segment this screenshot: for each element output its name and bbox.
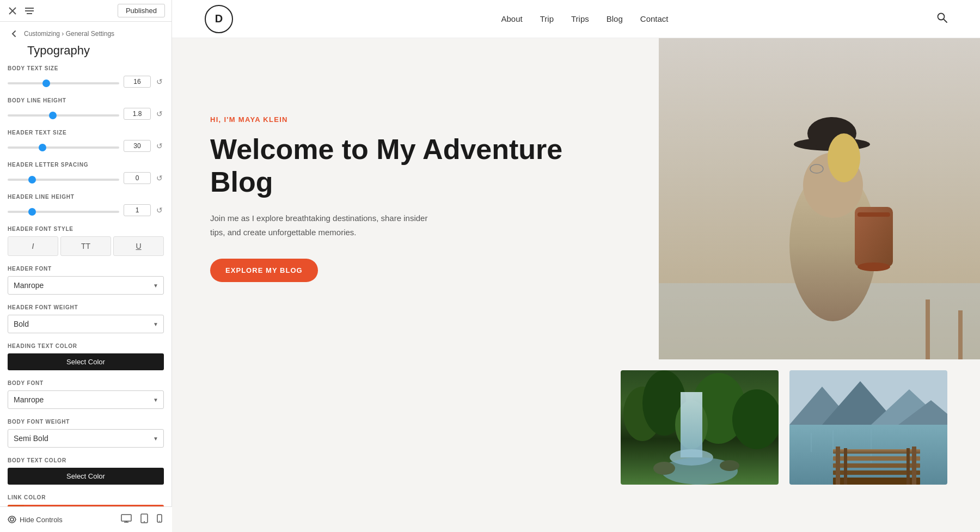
svg-rect-56 [906,448,910,485]
header-letter-spacing-slider-container [8,173,119,183]
back-button[interactable] [8,27,21,40]
body-text-size-group: BODY TEXT SIZE ↺ [8,65,164,88]
svg-rect-17 [926,299,930,359]
heading-text-color-group: HEADING TEXT COLOR Select Color [8,343,164,370]
body-font-weight-select[interactable]: Thin Light Regular Semi Bold Bold Extra … [8,429,164,448]
panel-content: BODY TEXT SIZE ↺ BODY LINE HEIGHT ↺ [0,65,171,532]
body-line-height-input[interactable] [124,108,151,120]
body-font-select-wrapper: Manrope Roboto Open Sans Lato ▼ [8,390,164,409]
header-font-weight-select-wrapper: Thin Light Regular Semi Bold Bold Extra … [8,315,164,333]
body-text-color-button[interactable]: Select Color [8,468,164,485]
svg-point-26 [857,262,890,271]
body-text-size-row: ↺ [8,76,164,88]
eye-icon [8,515,16,524]
hero-image [659,38,980,359]
header-letter-spacing-reset[interactable]: ↺ [155,173,164,184]
header-text-size-reset[interactable]: ↺ [155,140,164,151]
body-font-weight-group: BODY FONT WEIGHT Thin Light Regular Semi… [8,419,164,448]
panel-footer: Hide Controls [0,506,172,532]
sort-button[interactable] [23,5,36,17]
svg-point-38 [720,460,739,471]
svg-point-23 [828,133,860,182]
body-text-size-slider[interactable] [8,82,119,84]
waterfall-image [621,370,779,485]
underline-icon: U [136,242,141,250]
published-button[interactable]: Published [118,4,165,17]
view-buttons [119,512,164,527]
body-text-size-reset[interactable]: ↺ [155,76,164,87]
font-style-row: I TT U [8,236,164,256]
svg-rect-25 [857,212,890,217]
header-line-height-slider[interactable] [8,211,119,213]
tablet-view-button[interactable] [138,512,150,527]
header-text-size-slider[interactable] [8,146,119,149]
header-text-size-row: ↺ [8,140,164,152]
gallery-section [172,359,980,485]
allcaps-button[interactable]: TT [60,236,111,256]
header-font-label: HEADER FONT [8,266,164,272]
svg-point-12 [159,521,160,522]
hero-section: HI, I'M MAYA KLEIN Welcome to My Adventu… [172,38,980,359]
body-font-group: BODY FONT Manrope Roboto Open Sans Lato … [8,380,164,409]
header-letter-spacing-group: HEADER LETTER SPACING ↺ [8,162,164,184]
header-line-height-reset[interactable]: ↺ [155,205,164,216]
header-letter-spacing-label: HEADER LETTER SPACING [8,162,164,168]
svg-rect-55 [844,448,847,485]
nav-link-trips[interactable]: Trips [571,14,589,23]
header-line-height-input[interactable] [124,204,151,216]
hero-cta-button[interactable]: EXPLORE MY BLOG [210,259,318,282]
body-font-select[interactable]: Manrope Roboto Open Sans Lato [8,390,164,409]
svg-point-10 [144,521,145,522]
desktop-view-button[interactable] [119,512,134,527]
page-title: Typography [0,42,171,65]
hero-title: Welcome to My Adventure Blog [210,133,621,199]
header-font-weight-label: HEADER FONT WEIGHT [8,304,164,310]
hide-controls-button[interactable]: Hide Controls [8,515,63,524]
header-text-size-input[interactable] [124,140,151,152]
svg-rect-54 [912,447,916,485]
svg-rect-18 [958,310,963,359]
svg-point-37 [653,462,675,475]
panel-header-left [7,5,36,17]
header-font-weight-select[interactable]: Thin Light Regular Semi Bold Bold Extra … [8,315,164,333]
underline-button[interactable]: U [113,236,164,256]
nav-link-about[interactable]: About [501,14,523,23]
svg-line-14 [944,19,947,22]
header-letter-spacing-input[interactable] [124,172,151,184]
gallery-card-lake [789,370,947,485]
header-text-size-group: HEADER TEXT SIZE ↺ [8,130,164,152]
header-text-size-label: HEADER TEXT SIZE [8,130,164,136]
link-color-label: LINK COLOR [8,494,164,500]
header-font-select[interactable]: Manrope Roboto Open Sans Lato [8,276,164,295]
nav-links: About Trip Trips Blog Contact [501,14,669,23]
nav-link-blog[interactable]: Blog [607,14,623,23]
body-line-height-reset[interactable]: ↺ [155,108,164,119]
nav-link-trip[interactable]: Trip [540,14,554,23]
nav-link-contact[interactable]: Contact [640,14,669,23]
close-button[interactable] [7,5,19,17]
body-text-size-input[interactable] [124,76,151,88]
allcaps-icon: TT [81,242,90,250]
body-line-height-slider-container [8,109,119,119]
svg-rect-34 [681,392,702,457]
heading-text-color-button[interactable]: Select Color [8,353,164,370]
hero-tagline: HI, I'M MAYA KLEIN [210,115,621,124]
preview-nav: D About Trip Trips Blog Contact [172,0,980,38]
breadcrumb: Customizing › General Settings [24,30,114,38]
panel-nav: Customizing › General Settings [0,22,171,42]
svg-rect-6 [121,515,131,521]
hero-right [659,38,980,359]
header-line-height-group: HEADER LINE HEIGHT ↺ [8,194,164,216]
body-line-height-slider[interactable] [8,114,119,117]
header-line-height-slider-container [8,205,119,215]
italic-button[interactable]: I [8,236,58,256]
body-line-height-row: ↺ [8,108,164,120]
mobile-view-button[interactable] [155,512,164,527]
svg-rect-53 [836,447,840,485]
header-line-height-label: HEADER LINE HEIGHT [8,194,164,200]
site-logo: D [205,5,233,33]
hero-left: HI, I'M MAYA KLEIN Welcome to My Adventu… [172,38,659,359]
search-icon[interactable] [936,12,947,26]
header-letter-spacing-slider[interactable] [8,179,119,181]
hide-controls-label: Hide Controls [20,516,63,524]
